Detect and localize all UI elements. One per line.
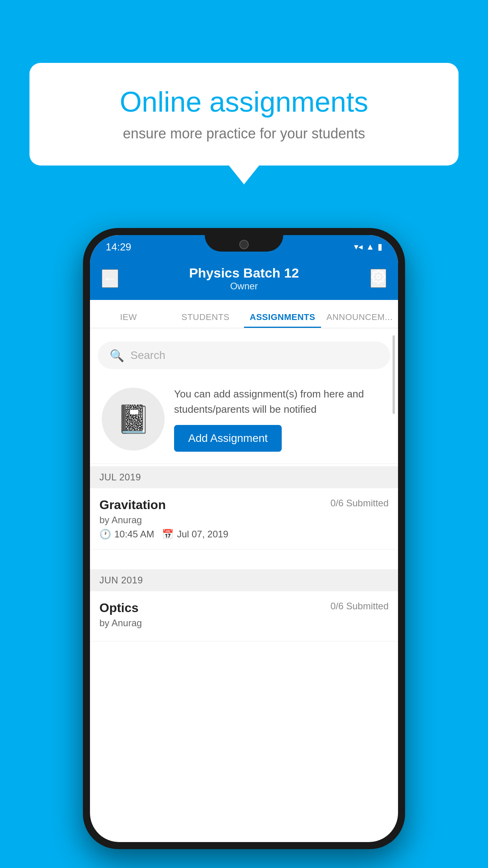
date-text: Jul 07, 2019	[177, 529, 228, 540]
status-time: 14:29	[102, 241, 131, 253]
top-bar-title: Physics Batch 12	[189, 265, 299, 281]
add-assignment-button[interactable]: Add Assignment	[174, 425, 282, 452]
tabs-bar: IEW STUDENTS ASSIGNMENTS ANNOUNCEM...	[90, 300, 398, 328]
promo-card: 📓 You can add assignment(s) from here an…	[90, 375, 398, 464]
wifi-icon: ▾◂	[354, 242, 363, 252]
optics-name: Optics	[99, 601, 139, 615]
bubble-title: Online assignments	[57, 86, 431, 118]
promo-text-area: You can add assignment(s) from here and …	[174, 386, 386, 452]
tab-announcements[interactable]: ANNOUNCEM...	[321, 312, 398, 328]
notebook-icon: 📓	[116, 403, 150, 435]
time-text: 10:45 AM	[114, 529, 154, 540]
search-bar[interactable]: 🔍 Search	[98, 342, 390, 369]
jun-section-header: JUN 2019	[90, 569, 398, 591]
back-button[interactable]: ←	[102, 269, 118, 288]
search-placeholder: Search	[130, 349, 165, 362]
bubble-subtitle: ensure more practice for your students	[57, 125, 431, 142]
settings-button[interactable]	[371, 269, 386, 288]
status-icons: ▾◂ ▲ ▮	[354, 242, 382, 252]
optics-submitted: 0/6 Submitted	[330, 601, 389, 612]
promo-description: You can add assignment(s) from here and …	[174, 386, 386, 417]
scroll-indicator	[393, 335, 395, 414]
assignment-by: by Anurag	[99, 515, 389, 526]
jun-section: JUN 2019 Optics 0/6 Submitted by Anurag	[90, 569, 398, 642]
jul-section-header: JUL 2019	[90, 466, 398, 488]
search-icon: 🔍	[110, 349, 124, 362]
top-bar-title-area: Physics Batch 12 Owner	[189, 265, 299, 292]
clock-icon: 🕐	[99, 529, 111, 540]
jul-section: JUL 2019 Gravitation 0/6 Submitted by An…	[90, 466, 398, 550]
meta-time: 🕐 10:45 AM	[99, 529, 154, 540]
promo-icon-circle: 📓	[102, 388, 165, 451]
calendar-icon: 📅	[162, 529, 174, 540]
assignment-top-row: Gravitation 0/6 Submitted	[99, 498, 389, 512]
battery-icon: ▮	[378, 242, 382, 252]
tab-assignments[interactable]: ASSIGNMENTS	[244, 312, 321, 328]
phone-device: 14:29 ▾◂ ▲ ▮ ← Physics Batch 12 Owner	[83, 228, 405, 849]
phone-notch	[205, 235, 283, 252]
signal-icon: ▲	[366, 242, 374, 252]
phone-screen: 14:29 ▾◂ ▲ ▮ ← Physics Batch 12 Owner	[90, 235, 398, 842]
table-row[interactable]: Gravitation 0/6 Submitted by Anurag 🕐 10…	[90, 488, 398, 550]
assignment-top-row-optics: Optics 0/6 Submitted	[99, 601, 389, 615]
speech-bubble: Online assignments ensure more practice …	[29, 63, 459, 166]
optics-by: by Anurag	[99, 618, 389, 629]
top-bar-subtitle: Owner	[189, 281, 299, 292]
tab-iew[interactable]: IEW	[90, 312, 167, 328]
assignment-submitted: 0/6 Submitted	[330, 498, 389, 509]
table-row[interactable]: Optics 0/6 Submitted by Anurag	[90, 591, 398, 642]
meta-date: 📅 Jul 07, 2019	[162, 529, 228, 540]
assignment-meta: 🕐 10:45 AM 📅 Jul 07, 2019	[99, 529, 389, 540]
top-bar: ← Physics Batch 12 Owner	[90, 257, 398, 300]
svg-point-0	[377, 275, 380, 279]
search-bar-container: 🔍 Search	[90, 335, 398, 375]
front-camera	[239, 240, 249, 249]
assignment-name: Gravitation	[99, 498, 166, 512]
tab-students[interactable]: STUDENTS	[167, 312, 244, 328]
